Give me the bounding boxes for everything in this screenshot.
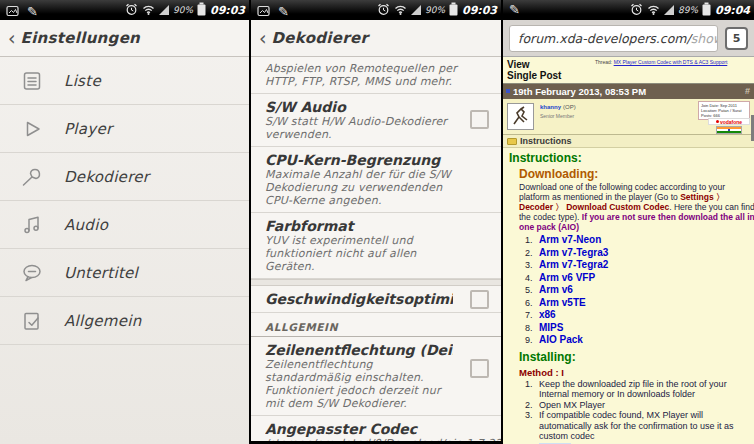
sidebar-item-player[interactable]: Player [0,105,249,153]
back-chevron-icon[interactable]: ‹ [259,27,267,49]
setting-description: /storage/emulated/0/Download/aio.1.7.32.… [265,437,487,444]
clock-text: 09:04 [715,4,750,17]
setting-row-cpu-core-limit[interactable]: CPU-Kern-Begrenzung Maximale Anzahl der … [251,147,501,213]
thread-link[interactable]: MX Player Custom Codec with DTS & AC3 Su… [614,59,728,65]
sidebar-item-liste[interactable]: Liste [0,57,249,105]
setting-row-color-format[interactable]: Farbformat YUV ist experimentell und fun… [251,213,501,279]
speed-optimization-checkbox[interactable] [470,290,489,309]
setting-description: Maximale Anzahl der für die S/W Dekodier… [265,168,461,207]
deinterlacing-checkbox[interactable] [470,359,489,378]
setting-row-deinterlacing[interactable]: Zeilenentflechtung (Deinterl.. Zeilenent… [251,337,501,416]
sidebar-item-untertitel[interactable]: Untertitel [0,249,249,297]
battery-icon [197,1,206,20]
codec-link[interactable]: AIO Pack [539,334,583,345]
tab-count-button[interactable]: 5 [725,27,748,50]
battery-percent: 89% [678,5,698,15]
install-steps-list: Keep the downloaded zip file in the root… [525,379,748,442]
sidebar-item-label: Audio [64,216,108,234]
codec-link[interactable]: Arm v5TE [539,297,586,308]
setting-title: Zeilenentflechtung (Deinterl.. [265,342,453,358]
codec-link[interactable]: Arm v7-Neon [539,234,601,245]
signal-strength-icon [411,5,421,15]
edit-notification-icon: ✎ [27,4,38,19]
install-step: If compatible codec found, MX Player wil… [539,410,748,442]
op-badge: (OP) [563,104,576,110]
sidebar-item-allgemein[interactable]: Allgemein [0,297,249,345]
sidebar-item-label: Untertitel [64,264,138,282]
sidebar-item-label: Liste [64,72,101,90]
setting-title: CPU-Kern-Begrenzung [265,152,461,168]
music-note-icon [20,213,44,237]
india-flag-icon [716,126,742,134]
setting-description: YUV ist experimentell und funktioniert n… [265,234,461,273]
gallery-notification-icon [6,2,19,21]
url-host-text: forum.xda-developers.com/ [518,31,691,46]
battery-icon [702,1,711,20]
gallery-notification-icon [257,2,270,21]
sidebar-item-audio[interactable]: Audio [0,201,249,249]
speech-bubble-icon [20,261,44,285]
codec-link[interactable]: Arm v6 VFP [539,272,595,283]
setting-row-custom-codec[interactable]: Angepasster Codec /storage/emulated/0/Do… [251,416,501,444]
setting-title: Farbformat [265,218,461,234]
downloading-paragraph: Download one of the following codec acco… [519,182,754,232]
status-bar: ✎ 90% 09:03 [251,0,501,20]
battery-percent: 90% [173,5,193,15]
thread-breadcrumb: Thread: MX Player Custom Codec with DTS … [595,59,727,65]
signal-strength-icon [159,5,169,15]
browser-screen: ✎ 89% 09:04 forum.xda-developers.com/sho… [503,0,754,444]
clock-text: 09:03 [462,4,497,17]
instructions-heading: Instructions: [509,152,748,165]
post-title-strip: Instructions [503,135,754,148]
setting-title: Angepasster Codec [265,421,487,437]
folder-icon [507,138,517,145]
battery-percent: 90% [425,5,445,15]
document-check-icon [20,309,44,333]
vodafone-dot-icon [716,120,719,123]
installing-heading: Installing: [519,351,748,364]
decoder-title-bar[interactable]: ‹ Dekodierer [251,20,501,57]
setting-row-network-stream-partial[interactable]: Abspielen von Remotequellen per HTTP, FT… [251,57,501,94]
setting-row-speed-optimization[interactable]: Geschwindigkeitsoptimierung.. [251,286,501,313]
carrier-logo: vodafone [708,118,750,125]
post-number-icon[interactable]: # [745,86,750,96]
codec-link[interactable]: Arm v7-Tegra2 [539,259,608,270]
section-header-allgemein: ALLGEMEIN [251,313,501,337]
sidebar-item-label: Dekodierer [64,168,149,186]
view-title-line2: Single Post [507,70,750,81]
downloading-heading: Downloading: [519,168,748,181]
section-divider [251,279,501,286]
back-chevron-icon[interactable]: ‹ [8,27,16,49]
url-bar[interactable]: forum.xda-developers.com/showpost [509,25,718,52]
post-marker-icon [506,89,510,93]
webpage: Thread: MX Player Custom Codec with DTS … [503,57,754,444]
user-role: Senior Member [540,113,574,119]
setting-row-sw-audio[interactable]: S/W Audio S/W statt H/W Audio-Dekodierer… [251,94,501,147]
method-heading: Method : I [519,367,748,378]
signal-strength-icon [664,5,674,15]
sidebar-item-label: Allgemein [64,312,142,330]
wrench-icon [20,165,44,189]
clock-text: 09:03 [210,4,245,17]
sw-audio-checkbox[interactable] [470,110,489,129]
settings-title-bar[interactable]: ‹ Einstellungen [0,20,249,57]
codec-link[interactable]: x86 [539,309,556,320]
page-title: Einstellungen [21,29,140,47]
user-info-strip: khanny(OP) Senior Member Join Date: Sep … [503,99,754,135]
install-step: Open MX Player [539,400,748,411]
codec-link[interactable]: Arm v6 [539,284,573,295]
avatar[interactable] [507,103,534,130]
battery-icon [449,1,458,20]
sidebar-item-dekodierer[interactable]: Dekodierer [0,153,249,201]
codec-list: Arm v7-Neon Arm v7-Tegra3 Arm v7-Tegra2 … [525,234,748,347]
wifi-icon [142,1,155,20]
username-link[interactable]: khanny(OP) [540,104,576,110]
edit-notification-icon: ✎ [278,4,289,19]
thread-label: Thread: [595,59,612,65]
install-step: Keep the downloaded zip file in the root… [539,379,748,400]
codec-link[interactable]: MIPS [539,322,563,333]
list-icon [20,69,44,93]
codec-link[interactable]: Arm v7-Tegra3 [539,247,608,258]
setting-description: S/W statt H/W Audio-Dekodierer verwenden… [265,115,453,141]
setting-description: Zeilenentflechtung standardmäßig einscha… [265,358,453,410]
